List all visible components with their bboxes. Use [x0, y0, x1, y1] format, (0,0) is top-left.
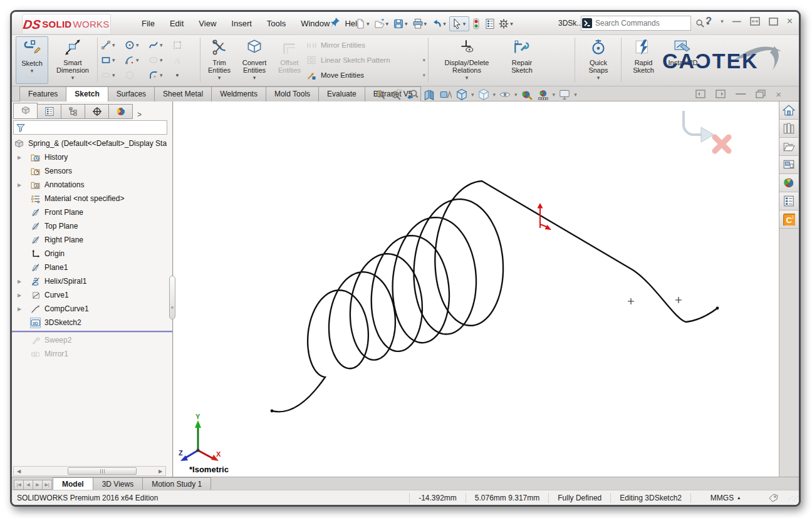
restore-button[interactable]	[750, 17, 760, 26]
scroll-right-icon[interactable]: ▶	[155, 469, 165, 474]
open-doc-button[interactable]: ▾	[373, 17, 392, 31]
tab-features[interactable]: Features	[19, 86, 66, 101]
traffic-light-button[interactable]	[469, 17, 483, 31]
ribbon-quick-snaps-button[interactable]: Quick Snaps▾	[581, 36, 616, 84]
tree-item-sweep2[interactable]: Sweep2	[12, 333, 172, 347]
open-doc-dropdown-icon[interactable]: ▾	[386, 21, 389, 27]
scrollbar-thumb[interactable]	[68, 467, 137, 475]
cadtek-tab-button[interactable]: C1	[779, 210, 798, 229]
ribbon-convert-entities-button[interactable]: Convert Entities▾	[236, 36, 273, 84]
tree-item-front-plane[interactable]: Front Plane	[12, 205, 172, 219]
tree-item-sensors[interactable]: Sensors	[12, 164, 172, 178]
tree-item-plane1[interactable]: Plane1	[12, 261, 172, 274]
doc-minimize-button[interactable]: —	[736, 88, 746, 100]
save-button[interactable]: ▾	[392, 17, 411, 31]
new-doc-button[interactable]: ▾	[353, 17, 373, 31]
tool-arc-button[interactable]: ▾	[125, 55, 148, 65]
expand-arrow-icon[interactable]: ▶	[18, 155, 21, 160]
spring-3d-sketch[interactable]	[174, 101, 779, 477]
tree-item-right-plane[interactable]: Right Plane	[12, 233, 172, 247]
tool-spline-button[interactable]: ▾	[148, 40, 172, 50]
select-cursor-dropdown-icon[interactable]: ▾	[463, 21, 466, 27]
sketch-flyout-icon[interactable]: ▾	[31, 68, 34, 74]
doc-restore-button[interactable]	[756, 90, 766, 98]
tool-fillet-dropdown-icon[interactable]: ▾	[160, 72, 163, 78]
graphics-viewport[interactable]: Y X Z *Isometric	[174, 101, 779, 477]
display-style-button[interactable]	[477, 88, 490, 101]
units-selector[interactable]: MMGS▴	[690, 493, 759, 503]
tree-item-curve1[interactable]: ▶Curve1	[12, 288, 172, 302]
save-dropdown-icon[interactable]: ▾	[405, 21, 408, 27]
pm-dimx-tab[interactable]	[85, 104, 109, 119]
tool-selection-box-button[interactable]	[172, 40, 196, 50]
ribbon-smart-dimension-button[interactable]: Smart Dimension▾	[51, 36, 95, 84]
help-button[interactable]: ?	[705, 16, 712, 27]
display-style-dropdown-icon[interactable]: ▾	[493, 91, 496, 98]
tree-item-history[interactable]: ▶History	[12, 150, 172, 164]
section-view-button[interactable]	[423, 88, 435, 101]
tool-fillet-button[interactable]: ▾	[148, 70, 172, 80]
tab-weldments[interactable]: Weldments	[211, 86, 266, 101]
view-settings-dropdown-icon[interactable]: ▾	[574, 91, 577, 98]
resize-grip[interactable]: ⋰⋰	[788, 495, 796, 501]
tab-scroll-buttons[interactable]: |◀ ◀ ▶ ▶|	[14, 480, 51, 490]
menu-file[interactable]: File	[135, 16, 162, 31]
last-tab-icon[interactable]: ▶|	[42, 480, 52, 490]
bottom-tab-model[interactable]: Model	[53, 477, 93, 490]
print-button[interactable]: ▾	[411, 17, 430, 31]
ribbon-trim-entities-button[interactable]: Trim Entities▾	[204, 36, 235, 84]
tool-rectangle-button[interactable]: ▾	[101, 55, 125, 65]
options-gear-dropdown-icon[interactable]: ▾	[510, 21, 513, 27]
apply-scene-dropdown-icon[interactable]: ▾	[553, 91, 556, 98]
new-doc-dropdown-icon[interactable]: ▾	[367, 21, 370, 27]
tool-slot-dropdown-icon[interactable]: ▾	[112, 72, 115, 78]
file-explorer-button[interactable]	[779, 138, 798, 156]
pin-icon[interactable]	[328, 16, 342, 30]
home-button[interactable]	[779, 101, 798, 120]
appearances-button[interactable]	[779, 174, 798, 192]
tag-icon[interactable]	[759, 493, 788, 503]
expand-arrow-icon[interactable]: ▶	[18, 182, 21, 188]
ribbon-display-delete-relations-button[interactable]: Display/Delete Relations▾	[433, 36, 501, 84]
collapse-right-icon[interactable]	[716, 90, 726, 98]
tree-item-material-not-specified[interactable]: Material <not specified>	[12, 192, 172, 205]
edit-appearance-button[interactable]	[521, 88, 533, 101]
collapse-left-icon[interactable]	[695, 90, 705, 98]
ribbon-move-entities[interactable]: Move Entities▾	[306, 68, 425, 83]
tree-item-annotations[interactable]: ▶AAnnotations	[12, 178, 172, 192]
smart-dimension-flyout-icon[interactable]: ▾	[71, 75, 75, 81]
prev-tab-icon[interactable]: ◀	[23, 480, 33, 490]
options-gear-button[interactable]: ▾	[497, 17, 516, 31]
zoom-fit-button[interactable]	[374, 88, 387, 101]
tool-point-button[interactable]	[172, 70, 196, 80]
pm-config-tab[interactable]	[61, 104, 85, 119]
ribbon-rapid-sketch-button[interactable]: Rapid Sketch	[626, 36, 661, 84]
select-cursor-button[interactable]: ▾	[449, 16, 470, 31]
expand-arrow-icon[interactable]: ▶	[18, 306, 21, 312]
rollback-bar[interactable]	[12, 330, 172, 333]
view-settings-button[interactable]	[558, 88, 571, 101]
close-button[interactable]: ×	[787, 16, 793, 26]
tree-item-top-plane[interactable]: Top Plane	[12, 219, 172, 233]
tab-mold-tools[interactable]: Mold Tools	[266, 86, 319, 101]
tree-root-item[interactable]: Spring_& (Default<<Default>_Display Sta	[12, 137, 172, 150]
zoom-area-button[interactable]	[390, 88, 403, 101]
expand-arrow-icon[interactable]: ▶	[18, 293, 21, 298]
doc-close-button[interactable]: ×	[776, 89, 781, 100]
scroll-left-icon[interactable]: ◀	[14, 469, 24, 474]
tree-item-compcurve1[interactable]: ▶CompCurve1	[12, 302, 172, 316]
tab-evaluate[interactable]: Evaluate	[318, 86, 365, 101]
ribbon-repair-sketch-button[interactable]: Repair Sketch	[503, 36, 541, 84]
rebuild-list-button[interactable]	[483, 17, 497, 31]
tool-arc-dropdown-icon[interactable]: ▾	[136, 57, 139, 63]
view-orientation-button[interactable]	[455, 88, 468, 101]
search-icon[interactable]	[695, 18, 705, 28]
tree-item-mirror1[interactable]: Mirror1	[12, 347, 172, 361]
undo-button[interactable]: ▾	[430, 17, 449, 31]
confirmation-corner[interactable]	[666, 111, 741, 155]
tab-sheet-metal[interactable]: Sheet Metal	[154, 86, 212, 101]
tool-rectangle-dropdown-icon[interactable]: ▾	[112, 57, 115, 63]
menu-tools[interactable]: Tools	[260, 16, 293, 31]
maximize-button[interactable]	[769, 18, 778, 26]
panel-splitter-handle[interactable]	[169, 276, 175, 319]
